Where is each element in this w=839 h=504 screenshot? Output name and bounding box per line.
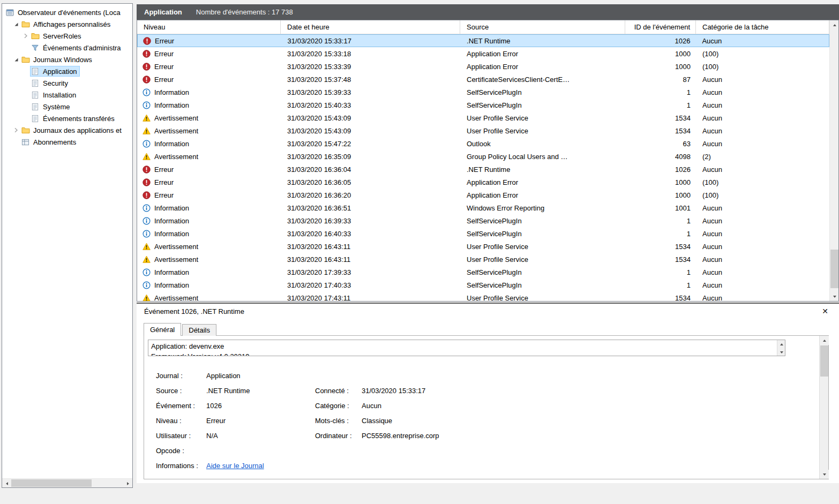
event-message-box[interactable]: Application: devenv.exe Framework Versio… (148, 340, 785, 356)
scroll-right-button[interactable] (123, 479, 132, 488)
event-row[interactable]: Erreur31/03/2020 16:36:04.NET Runtime102… (137, 163, 829, 176)
event-row[interactable]: Erreur31/03/2020 15:33:18Application Err… (137, 47, 829, 60)
event-level: Information (153, 281, 189, 289)
event-level-cell: Avertissement (137, 114, 281, 122)
chevron-collapsed-icon[interactable] (21, 32, 30, 40)
event-category: Aucun (696, 294, 829, 302)
field-value: 1026 (206, 402, 315, 410)
field-value: 31/03/2020 15:33:17 (362, 387, 812, 395)
event-source: SelfServicePlugIn (460, 101, 625, 109)
sidebar-item-evenements-transferes[interactable]: Événements transférés (2, 112, 132, 124)
event-category: Aucun (696, 268, 829, 276)
event-row[interactable]: Information31/03/2020 16:40:33SelfServic… (137, 227, 829, 240)
event-row[interactable]: Erreur31/03/2020 15:37:48CertificateServ… (137, 73, 829, 86)
column-header-niveau[interactable]: Niveau (137, 20, 281, 34)
chevron-expanded-icon[interactable] (12, 20, 20, 28)
event-row[interactable]: Information31/03/2020 15:47:22Outlook63A… (137, 137, 829, 150)
field-label: Événement : (156, 402, 206, 410)
root-icon (6, 9, 16, 17)
error-icon (143, 37, 154, 45)
error-icon (143, 63, 153, 71)
scroll-up-button[interactable] (777, 340, 785, 348)
event-row[interactable]: Avertissement31/03/2020 15:43:09User Pro… (137, 111, 829, 124)
scrollbar-thumb[interactable] (820, 345, 828, 377)
close-icon[interactable]: ✕ (819, 307, 831, 315)
tab-details[interactable]: Détails (182, 324, 216, 336)
event-row[interactable]: Information31/03/2020 17:40:33SelfServic… (137, 279, 829, 291)
event-row[interactable]: Avertissement31/03/2020 16:35:09Group Po… (137, 150, 829, 163)
event-id: 1000 (625, 50, 696, 58)
event-id: 1 (625, 88, 696, 96)
scroll-up-button[interactable] (830, 20, 839, 29)
sidebar-item-installation[interactable]: Installation (2, 89, 132, 101)
column-header-id-de-l-evenement[interactable]: ID de l'événement (625, 20, 696, 34)
event-level-cell: Information (137, 140, 281, 148)
field-label: Niveau : (156, 417, 206, 425)
field-value: Classique (362, 417, 812, 425)
scroll-down-button[interactable] (820, 470, 829, 479)
event-row[interactable]: Erreur31/03/2020 16:36:05Application Err… (137, 176, 829, 189)
field-value: Aucun (362, 402, 812, 410)
sidebar-item-abonnements[interactable]: Abonnements (2, 136, 132, 148)
detail-titlebar: Événement 1026, .NET Runtime ✕ (137, 304, 839, 319)
sidebar-item-journaux-windows[interactable]: Journaux Windows (2, 54, 132, 65)
sidebar-item-observateur-d-evenements-loca[interactable]: Observateur d'événements (Loca (2, 6, 132, 18)
tab-general[interactable]: Général (144, 323, 181, 336)
scrollbar-thumb[interactable] (11, 479, 92, 487)
event-source: CertificateServicesClient-CertE… (460, 76, 625, 84)
event-category: Aucun (696, 281, 829, 289)
chevron-expanded-icon[interactable] (12, 55, 20, 64)
column-header-date-et-heure[interactable]: Date et heure (281, 20, 460, 34)
sidebar-item-serverroles[interactable]: ServerRoles (2, 30, 132, 42)
scrollbar-thumb[interactable] (830, 250, 838, 288)
event-row[interactable]: Avertissement31/03/2020 16:43:11User Pro… (137, 253, 829, 266)
sidebar-item-evenements-d-administra[interactable]: Événements d'administra (2, 42, 132, 54)
column-header-source[interactable]: Source (460, 20, 625, 34)
sidebar-item-affichages-personnalises[interactable]: Affichages personnalisés (2, 18, 132, 30)
scroll-left-button[interactable] (2, 479, 11, 488)
table-vertical-scrollbar[interactable] (829, 20, 838, 301)
event-row[interactable]: Avertissement31/03/2020 17:43:11User Pro… (137, 291, 829, 302)
event-row[interactable]: Information31/03/2020 16:39:33SelfServic… (137, 214, 829, 227)
column-header-categorie-de-la-tache[interactable]: Catégorie de la tâche (696, 20, 829, 34)
sidebar-item-security[interactable]: Security (2, 77, 132, 89)
event-id: 1534 (625, 127, 696, 135)
message-scrollbar[interactable] (777, 340, 785, 356)
scroll-down-button[interactable] (830, 292, 839, 301)
message-line: Framework Version: v4.0.30319 (151, 351, 777, 356)
scroll-up-button[interactable] (820, 336, 829, 345)
detail-field-row: Utilisateur :N/AOrdinateur :PC55598.entr… (144, 428, 812, 443)
event-row[interactable]: Erreur31/03/2020 15:33:39Application Err… (137, 60, 829, 73)
journal-help-link[interactable]: Aide sur le Journal (206, 462, 315, 470)
sidebar-item-application[interactable]: Application (2, 65, 132, 77)
detail-vertical-scrollbar[interactable] (819, 336, 828, 479)
event-row[interactable]: Avertissement31/03/2020 16:43:11User Pro… (137, 240, 829, 253)
event-level: Information (153, 268, 189, 276)
event-level: Information (153, 140, 189, 148)
event-date: 31/03/2020 16:40:33 (281, 230, 460, 238)
event-level-cell: Information (137, 281, 281, 289)
event-date: 31/03/2020 15:40:33 (281, 101, 460, 109)
event-category: (100) (696, 191, 829, 199)
event-row[interactable]: Information31/03/2020 16:36:51Windows Er… (137, 201, 829, 214)
event-count: Nombre d'événements : 17 738 (196, 8, 293, 16)
event-level: Information (153, 101, 189, 109)
sidebar-tree: Observateur d'événements (LocaAffichages… (2, 4, 132, 148)
tree-item-body: Abonnements (20, 137, 79, 147)
sidebar-item-journaux-des-applications-et[interactable]: Journaux des applications et (2, 124, 132, 136)
scroll-down-button[interactable] (777, 348, 785, 356)
sidebar-horizontal-scrollbar[interactable] (2, 478, 132, 487)
event-source: Application Error (460, 191, 625, 199)
event-row[interactable]: Avertissement31/03/2020 15:43:09User Pro… (137, 124, 829, 137)
event-row[interactable]: Erreur31/03/2020 15:33:17.NET Runtime102… (137, 34, 829, 47)
event-row[interactable]: Information31/03/2020 15:40:33SelfServic… (137, 99, 829, 111)
scrollbar-track[interactable] (11, 479, 123, 487)
tree-item-body: Événements d'administra (30, 42, 124, 53)
event-row[interactable]: Information31/03/2020 17:39:33SelfServic… (137, 266, 829, 279)
chevron-collapsed-icon[interactable] (12, 126, 20, 134)
event-source: Application Error (460, 50, 625, 58)
event-level-cell: Information (137, 268, 281, 276)
sidebar-item-systeme[interactable]: Système (2, 101, 132, 112)
event-row[interactable]: Erreur31/03/2020 16:36:20Application Err… (137, 189, 829, 201)
event-row[interactable]: Information31/03/2020 15:39:33SelfServic… (137, 86, 829, 99)
